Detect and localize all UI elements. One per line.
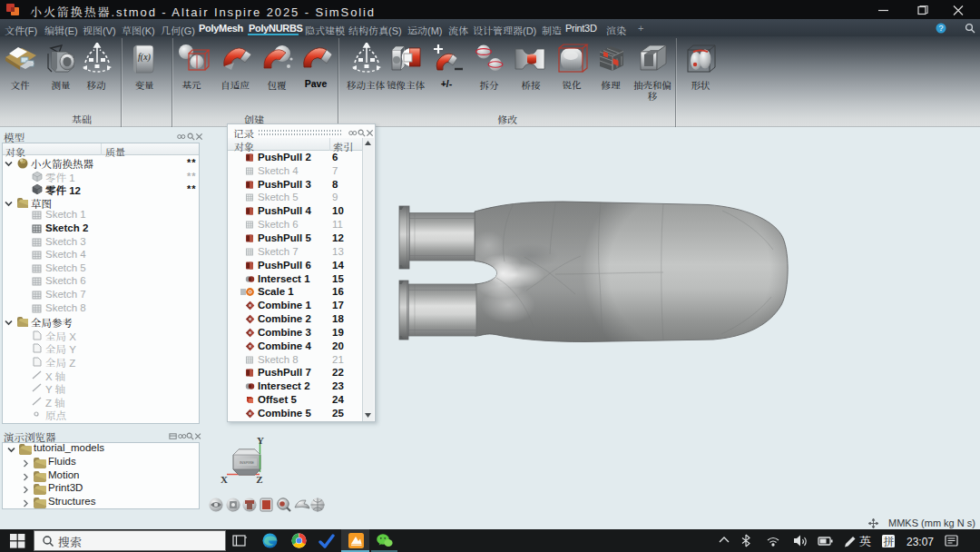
svg-text:Y: Y bbox=[257, 435, 264, 446]
svg-text:23:07: 23:07 bbox=[906, 536, 934, 548]
svg-text:Z: Z bbox=[256, 474, 262, 485]
svg-text:拼: 拼 bbox=[884, 533, 895, 548]
svg-text:X: X bbox=[220, 474, 228, 485]
svg-text:?: ? bbox=[938, 24, 943, 33]
svg-text:INSPIRE: INSPIRE bbox=[240, 460, 254, 465]
svg-text:f(x): f(x) bbox=[138, 52, 152, 63]
svg-text:英: 英 bbox=[859, 532, 871, 549]
